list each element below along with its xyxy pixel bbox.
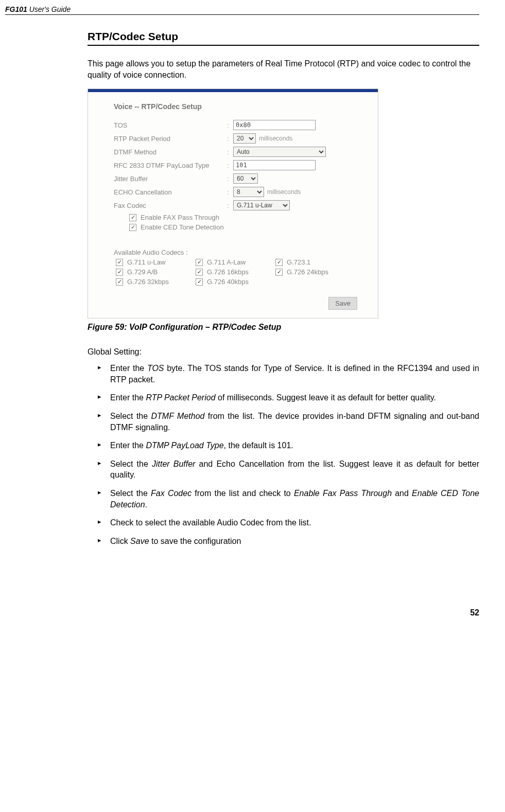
codec-label: G.726 24kbps [287,268,328,276]
unit-echo: milliseconds [267,188,301,196]
select-fax[interactable]: G.711 u-Law [233,200,290,210]
label-rtp: RTP Packet Period [114,135,227,143]
checkbox-ced[interactable]: ✓ [129,224,136,231]
codec-row: ✓G.711 u-Law ✓G.711 A-Law ✓G.723.1 [116,258,362,266]
product-name: FG101 [5,5,27,13]
section-title: RTP/Codec Setup [88,30,479,46]
label-tos: TOS [114,121,227,129]
input-rfc[interactable] [233,160,316,170]
row-rfc: RFC 2833 DTMF PayLoad Type : [114,160,362,170]
codec-label: G.729 A/B [127,268,158,276]
checkbox-codec[interactable]: ✓ [116,269,123,276]
intro-paragraph: This page allows you to setup the parame… [88,58,479,80]
label-echo: ECHO Cancellation [114,188,227,196]
codec-label: G.711 A-Law [207,258,246,266]
label-jitter: Jitter Buffer [114,175,227,183]
row-jitter: Jitter Buffer : 60 [114,173,362,184]
bullet-item: Check to select the available Audio Code… [98,517,479,528]
bullet-item: Enter the RTP Packet Period of milliseco… [98,392,479,403]
codec-label: G.726 16kbps [207,268,249,276]
checkbox-fax-pass[interactable]: ✓ [129,214,136,221]
figure-screenshot: Voice -- RTP/Codec Setup TOS : RTP Packe… [88,89,378,319]
figure-heading: Voice -- RTP/Codec Setup [114,102,362,111]
codec-label: G.723.1 [287,258,310,266]
codec-row: ✓G.729 A/B ✓G.726 16kbps ✓G.726 24kbps [116,268,362,276]
header-product: FG101 User's Guide [5,5,71,13]
row-tos: TOS : [114,120,362,130]
save-button[interactable]: Save [328,297,357,310]
checkbox-codec[interactable]: ✓ [275,259,283,266]
checkbox-codec[interactable]: ✓ [116,278,123,286]
content-area: RTP/Codec Setup This page allows you to … [88,30,479,546]
figure-caption: Figure 59: VoIP Configuration – RTP/Code… [88,323,479,332]
colon: : [227,202,233,209]
select-dtmf[interactable]: Auto [233,147,326,157]
checkbox-codec[interactable]: ✓ [196,278,203,286]
colon: : [227,148,233,156]
checkbox-codec[interactable]: ✓ [196,269,203,276]
check-ced-row: ✓ Enable CED Tone Detection [129,223,362,231]
input-tos[interactable] [233,120,316,130]
checkbox-codec[interactable]: ✓ [116,259,123,266]
select-jitter[interactable]: 60 [233,173,258,184]
label-fax-pass: Enable FAX Pass Through [141,214,219,221]
codec-label: G.726 40kbps [207,278,249,286]
label-rfc: RFC 2833 DTMF PayLoad Type [114,162,227,169]
unit-rtp: milliseconds [259,135,292,142]
colon: : [227,188,233,196]
select-echo[interactable]: 8 [233,187,264,197]
checkbox-codec[interactable]: ✓ [275,269,283,276]
colon: : [227,175,233,183]
bullet-item: Select the DTMF Method from the list. Th… [98,411,479,433]
bullet-item: Select the Fax Codec from the list and c… [98,488,479,510]
codec-label: G.726 32kbps [127,278,169,286]
bullet-item: Enter the TOS byte. The TOS stands for T… [98,363,479,385]
row-echo: ECHO Cancellation : 8 milliseconds [114,187,362,197]
check-fax-pass-row: ✓ Enable FAX Pass Through [129,214,362,221]
figure-body: Voice -- RTP/Codec Setup TOS : RTP Packe… [88,92,378,318]
label-dtmf: DTMF Method [114,148,227,156]
codecs-label: Available Audio Codecs : [114,249,362,256]
row-rtp: RTP Packet Period : 20 milliseconds [114,133,362,144]
colon: : [227,162,233,169]
bullet-item: Enter the DTMP PayLoad Type, the default… [98,440,479,451]
checkbox-codec[interactable]: ✓ [196,259,203,266]
row-dtmf: DTMF Method : Auto [114,147,362,157]
colon: : [227,121,233,129]
select-rtp[interactable]: 20 [233,133,256,144]
global-setting-label: Global Setting: [88,347,479,357]
row-fax: Fax Codec : G.711 u-Law [114,200,362,210]
colon: : [227,135,233,143]
bullet-item: Click Save to save the configuration [98,536,479,547]
guide-label: User's Guide [29,5,71,13]
page-number: 52 [5,608,479,617]
page-header: FG101 User's Guide [5,5,479,15]
codec-grid: ✓G.711 u-Law ✓G.711 A-Law ✓G.723.1 ✓G.72… [116,258,362,286]
bullet-item: Select the Jitter Buffer and Echo Cancel… [98,458,479,481]
bullet-list: Enter the TOS byte. The TOS stands for T… [88,363,479,546]
label-fax: Fax Codec [114,202,227,209]
codec-row: ✓G.726 32kbps ✓G.726 40kbps [116,278,362,286]
codec-label: G.711 u-Law [127,258,165,266]
label-ced: Enable CED Tone Detection [141,223,224,231]
